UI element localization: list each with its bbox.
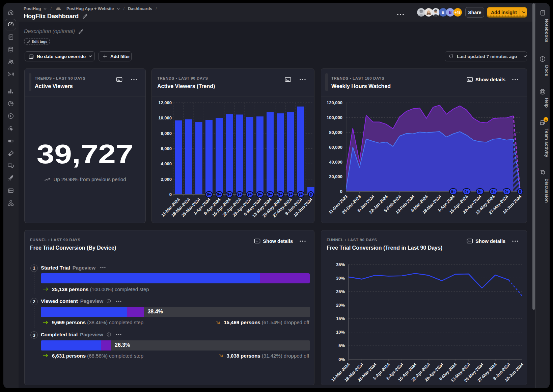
svg-text:0%: 0% (338, 357, 345, 362)
svg-text:6: 6 (310, 192, 312, 196)
svg-text:25%: 25% (336, 289, 345, 294)
svg-text:4,000: 4,000 (161, 161, 172, 166)
svg-text:9+: 9+ (505, 190, 509, 194)
svg-text:120,000: 120,000 (327, 100, 342, 105)
svg-text:9+: 9+ (258, 192, 262, 196)
svg-text:9+: 9+ (227, 192, 231, 196)
svg-text:9+: 9+ (238, 192, 242, 196)
svg-text:40,000: 40,000 (329, 160, 342, 165)
svg-text:9+: 9+ (207, 192, 211, 196)
svg-text:0: 0 (340, 189, 342, 194)
svg-text:30%: 30% (336, 276, 345, 281)
svg-text:9+: 9+ (278, 192, 282, 196)
svg-text:9+: 9+ (248, 192, 252, 196)
svg-text:9+: 9+ (299, 192, 303, 196)
svg-text:9+: 9+ (451, 190, 455, 194)
svg-text:10%: 10% (336, 330, 345, 335)
svg-text:80,000: 80,000 (329, 130, 342, 135)
svg-text:35%: 35% (336, 262, 345, 267)
svg-text:20,000: 20,000 (329, 174, 342, 179)
svg-text:100,000: 100,000 (327, 115, 342, 120)
svg-text:6,000: 6,000 (161, 146, 172, 151)
svg-text:9+: 9+ (478, 190, 482, 194)
svg-text:60,000: 60,000 (329, 145, 342, 150)
svg-text:2,000: 2,000 (161, 177, 172, 182)
svg-text:8,000: 8,000 (161, 131, 172, 136)
svg-text:5: 5 (519, 190, 521, 194)
svg-text:15%: 15% (336, 316, 345, 321)
svg-text:12,000: 12,000 (158, 100, 172, 105)
svg-text:20%: 20% (336, 303, 345, 308)
svg-text:9+: 9+ (268, 192, 272, 196)
svg-text:9+: 9+ (217, 192, 221, 196)
svg-text:9+: 9+ (491, 190, 495, 194)
svg-text:0: 0 (169, 192, 172, 197)
svg-text:10,000: 10,000 (158, 115, 172, 120)
svg-text:5%: 5% (338, 343, 345, 348)
svg-text:9+: 9+ (288, 192, 293, 196)
svg-text:9+: 9+ (465, 190, 469, 194)
